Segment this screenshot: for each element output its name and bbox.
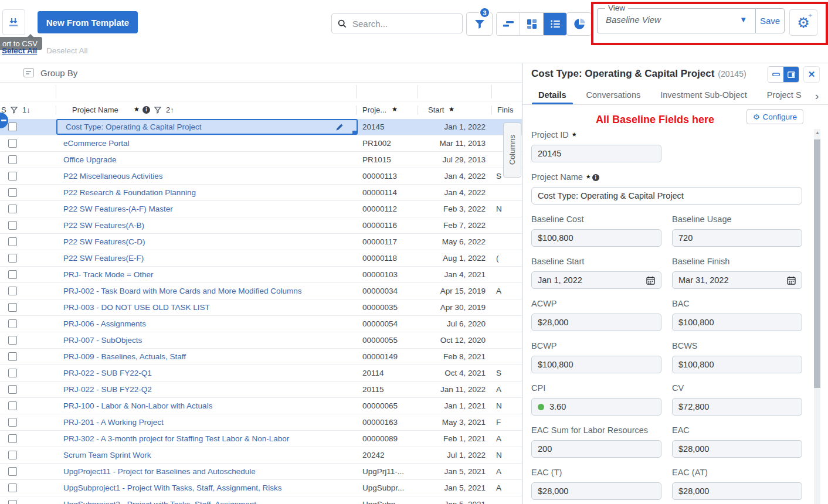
table-row[interactable]: P22 SW Features(A-B) 00000116 Feb 7, 202… xyxy=(0,217,522,234)
table-row[interactable]: Cost Type: Operating & Capital Project 2… xyxy=(0,119,522,135)
settings-button[interactable]: ⚙ ✦ xyxy=(789,9,817,36)
panel-tab[interactable]: Details xyxy=(538,87,566,104)
project-name-link[interactable]: PRJ-009 - Baselines, Actuals, Staff xyxy=(63,349,353,365)
filter-funnel-icon[interactable] xyxy=(154,107,161,115)
sort-order-1[interactable]: 1↓ xyxy=(22,105,30,114)
table-row[interactable]: UpgSubproject2 - Project with Tasks, Sta… xyxy=(0,496,522,504)
close-panel-button[interactable]: ✕ xyxy=(803,66,820,83)
table-row[interactable]: Scrum Team Sprint Work 20242 Jul 1, 2022… xyxy=(0,447,522,464)
table-row[interactable]: P22 SW Features(E-F) 00000118 Aug 1, 202… xyxy=(0,250,522,267)
project-name-link[interactable]: P22 Miscellaneous Activities xyxy=(63,168,353,184)
project-name-link[interactable]: PRJ-002 - Task Board with More Cards and… xyxy=(63,283,353,299)
row-checkbox[interactable] xyxy=(8,205,17,213)
deselect-all-link[interactable]: Deselect All xyxy=(46,46,88,55)
project-name-link[interactable]: P22 SW Features(C-D) xyxy=(63,234,353,250)
columns-panel-tab[interactable]: Columns xyxy=(503,122,521,178)
row-checkbox[interactable] xyxy=(8,385,17,394)
row-checkbox[interactable] xyxy=(8,418,17,427)
board-view-button[interactable] xyxy=(520,13,544,35)
project-name-link[interactable]: PRJ-302 - A 3-month project for Staffing… xyxy=(63,431,353,447)
view-selector[interactable]: View Baseline View ▼ xyxy=(597,8,755,33)
row-checkbox[interactable] xyxy=(8,270,17,279)
select-all-link[interactable]: Select All xyxy=(2,46,37,55)
gantt-view-button[interactable] xyxy=(497,13,520,35)
half-panel-button[interactable] xyxy=(768,67,783,82)
project-name-link[interactable]: eCommerce Portal xyxy=(63,135,353,151)
table-row[interactable]: PRJ-007 - SubObjects 00000055 Oct 12, 20… xyxy=(0,332,522,349)
field-input[interactable]: $72,800 xyxy=(672,398,802,416)
project-name-link[interactable]: PRJ-007 - SubObjects xyxy=(63,332,353,348)
panel-tab[interactable]: Investment Sub-Object xyxy=(660,87,747,104)
field-input[interactable]: 20145 xyxy=(531,145,661,162)
project-name-link[interactable]: PRJ-022 - SUB FY22-Q1 xyxy=(63,365,353,381)
project-name-link[interactable]: Scrum Team Sprint Work xyxy=(63,447,353,463)
table-row[interactable]: eCommerce Portal PR1002 Mar 11, 2013 xyxy=(0,135,522,152)
calendar-icon[interactable] xyxy=(787,276,796,285)
row-checkbox[interactable] xyxy=(8,336,17,345)
table-row[interactable]: Office Upgrade PR1015 Jul 29, 2013 xyxy=(0,152,522,168)
project-name-link[interactable]: P22 SW Features(E-F) xyxy=(63,250,353,266)
row-checkbox[interactable] xyxy=(8,188,17,197)
table-row[interactable]: PRJ-009 - Baselines, Actuals, Staff 0000… xyxy=(0,349,522,365)
table-row[interactable]: P22 Miscellaneous Activities 00000113 Ja… xyxy=(0,168,522,185)
project-name-link[interactable]: UpgSubproject1 - Project With Tasks, Sta… xyxy=(63,480,353,496)
row-checkbox[interactable] xyxy=(8,401,17,410)
row-checkbox[interactable] xyxy=(8,352,17,361)
panel-tab[interactable]: Project S xyxy=(767,87,802,104)
project-name-link[interactable]: PRJ-006 - Assignments xyxy=(63,316,353,332)
table-row[interactable]: P22 SW Features-(A-F) Master 00000112 Fe… xyxy=(0,201,522,217)
scroll-up-icon[interactable]: ▲ xyxy=(815,130,820,135)
table-row[interactable]: PRJ-006 - Assignments 00000054 Jul 6, 20… xyxy=(0,316,522,332)
start-column-header[interactable]: Start xyxy=(428,105,444,114)
field-input[interactable]: $100,800 xyxy=(672,356,802,373)
tabs-overflow-chevron-icon[interactable]: › xyxy=(815,90,819,103)
row-checkbox[interactable] xyxy=(8,155,17,164)
project-name-link[interactable]: UpgSubproject2 - Project with Tasks, Sta… xyxy=(63,496,353,504)
field-input[interactable]: $100,800 xyxy=(531,229,661,247)
row-checkbox[interactable] xyxy=(8,237,17,246)
panel-tab[interactable]: Conversations xyxy=(586,87,641,104)
row-checkbox[interactable] xyxy=(8,500,17,504)
field-input[interactable]: Mar 31, 2022 xyxy=(672,271,802,289)
project-name-link[interactable]: Office Upgrade xyxy=(63,152,353,168)
row-checkbox[interactable] xyxy=(8,434,17,443)
field-input[interactable]: $28,000 xyxy=(531,314,661,331)
table-row[interactable]: UpgProject11 - Project for Baselines and… xyxy=(0,464,522,480)
project-name-link[interactable]: P22 Research & Foundation Planning xyxy=(63,185,353,200)
project-name-link[interactable]: PRJ-100 - Labor & Non-Labor with Actuals xyxy=(63,398,353,414)
list-view-button[interactable] xyxy=(544,13,566,35)
row-checkbox[interactable] xyxy=(8,122,17,131)
search-box[interactable] xyxy=(331,13,463,33)
table-row[interactable]: PRJ-201 - A Working Project 00000163 May… xyxy=(0,414,522,431)
project-name-link[interactable]: Cost Type: Operating & Capital Project xyxy=(66,119,330,135)
scrollbar-thumb[interactable] xyxy=(814,139,820,388)
project-name-link[interactable]: PRJ-003 - DO NOT USE OLD TASK LIST xyxy=(63,299,353,315)
calendar-icon[interactable] xyxy=(646,276,655,285)
edit-pencil-icon[interactable] xyxy=(335,122,344,134)
table-row[interactable]: PRJ-022 - SUB FY22-Q1 20114 Oct 4, 2021 … xyxy=(0,365,522,382)
sort-order-2[interactable]: 2↑ xyxy=(166,105,174,114)
project-name-link[interactable]: PRJ- Track Mode = Other xyxy=(63,267,353,282)
field-input[interactable]: $100,800 xyxy=(672,314,802,331)
chart-view-button[interactable] xyxy=(566,12,592,36)
row-checkbox[interactable] xyxy=(8,451,17,459)
table-row[interactable]: P22 SW Features(C-D) 00000117 May 6, 202… xyxy=(0,234,522,250)
row-checkbox[interactable] xyxy=(8,287,17,295)
table-row[interactable]: PRJ-002 - Task Board with More Cards and… xyxy=(0,283,522,299)
row-checkbox[interactable] xyxy=(8,139,17,148)
row-checkbox[interactable] xyxy=(8,467,17,476)
table-row[interactable]: P22 Research & Foundation Planning 00000… xyxy=(0,185,522,201)
project-name-link[interactable]: P22 SW Features(A-B) xyxy=(63,217,353,233)
table-row[interactable]: PRJ-022 - SUB FY22-Q2 20115 Jan 11, 2022… xyxy=(0,382,522,398)
finish-column-header[interactable]: Finis xyxy=(497,105,513,114)
field-input[interactable]: Jan 1, 2022 xyxy=(531,271,661,289)
search-input[interactable] xyxy=(351,18,470,29)
row-checkbox[interactable] xyxy=(8,369,17,377)
row-checkbox[interactable] xyxy=(8,221,17,230)
row-checkbox[interactable] xyxy=(8,172,17,181)
save-view-button[interactable]: Save xyxy=(755,8,785,33)
field-input[interactable]: $28,000 xyxy=(531,482,661,500)
field-input[interactable]: 3.60 xyxy=(531,398,661,416)
filter-funnel-icon[interactable] xyxy=(11,107,18,115)
export-csv-button[interactable] xyxy=(2,9,25,35)
